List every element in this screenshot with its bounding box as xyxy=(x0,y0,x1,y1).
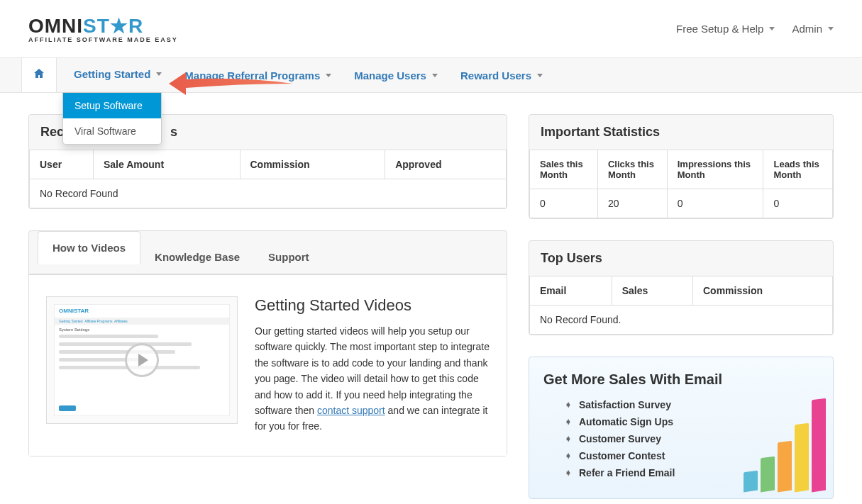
nav-getting-started[interactable]: Getting Started xyxy=(62,58,173,90)
free-setup-help-menu[interactable]: Free Setup & Help xyxy=(676,23,775,35)
col-sales-month: Sales this Month xyxy=(530,150,598,189)
nav-manage-users-label: Manage Users xyxy=(354,69,426,82)
caret-down-icon xyxy=(156,72,162,76)
col-approved: Approved xyxy=(385,150,507,179)
top-users-panel: Top Users Email Sales Commission No Reco… xyxy=(529,240,834,335)
promo-bar-chart-icon xyxy=(744,399,826,491)
val-sales: 0 xyxy=(530,189,598,218)
nav-home[interactable] xyxy=(21,57,57,92)
logo: OMNIST★R AFFILIATE SOFTWARE MADE EASY xyxy=(28,14,178,43)
col-sale-amount: Sale Amount xyxy=(94,150,241,179)
nav-manage-referral-programs[interactable]: Manage Referral Programs xyxy=(173,58,343,92)
video-section-body: Our getting started videos will help you… xyxy=(255,323,490,435)
arrow-right-icon: ➧ xyxy=(565,451,572,461)
logo-omni: OMNI xyxy=(28,15,83,37)
recent-sales-table: User Sale Amount Commission Approved No … xyxy=(29,150,507,208)
caret-down-icon xyxy=(326,74,331,77)
free-setup-label: Free Setup & Help xyxy=(676,23,763,35)
email-promo[interactable]: Get More Sales With Email ➧Satisfaction … xyxy=(529,357,834,499)
caret-down-icon xyxy=(769,27,775,30)
arrow-right-icon: ➧ xyxy=(565,468,572,478)
admin-menu[interactable]: Admin xyxy=(792,23,834,35)
tab-how-to-videos[interactable]: How to Videos xyxy=(38,231,140,264)
main-nav: Getting Started Setup Software Viral Sof… xyxy=(0,57,862,93)
promo-title: Get More Sales With Email xyxy=(543,371,819,388)
val-leads: 0 xyxy=(763,189,833,218)
caret-down-icon xyxy=(432,74,438,77)
important-stats-title: Important Statistics xyxy=(529,115,833,150)
getting-started-dropdown: Setup Software Viral Software xyxy=(62,92,162,145)
play-icon xyxy=(125,343,159,377)
tab-knowledge-base[interactable]: Knowledge Base xyxy=(140,241,254,274)
val-impressions: 0 xyxy=(667,189,763,218)
important-stats-panel: Important Statistics Sales this Month Cl… xyxy=(529,114,834,219)
video-thumbnail[interactable]: OMNISTAR Getting Started Affiliate Progr… xyxy=(46,296,238,424)
nav-manage-programs-label: Manage Referral Programs xyxy=(184,69,320,82)
arrow-right-icon: ➧ xyxy=(565,400,572,410)
top-users-table: Email Sales Commission No Record Found. xyxy=(529,276,833,335)
video-section-title: Getting Started Videos xyxy=(255,296,490,315)
col-user: User xyxy=(30,150,94,179)
recent-sales-empty: No Record Found xyxy=(30,179,507,208)
col-impressions-month: Impressions this Month xyxy=(667,150,763,189)
arrow-right-icon: ➧ xyxy=(565,434,572,444)
admin-label: Admin xyxy=(792,23,822,35)
help-tabs-panel: How to Videos Knowledge Base Support OMN… xyxy=(28,230,507,457)
caret-down-icon xyxy=(828,27,834,30)
col-sales: Sales xyxy=(612,276,692,306)
col-leads-month: Leads this Month xyxy=(763,150,833,189)
col-commission: Commission xyxy=(240,150,385,179)
caret-down-icon xyxy=(537,74,543,77)
home-icon xyxy=(33,69,45,82)
nav-manage-users[interactable]: Manage Users xyxy=(343,58,449,92)
val-clicks: 20 xyxy=(597,189,667,218)
col-commission: Commission xyxy=(692,276,832,306)
top-users-title: Top Users xyxy=(529,241,833,276)
nav-reward-users-label: Reward Users xyxy=(460,69,531,82)
dropdown-viral-software[interactable]: Viral Software xyxy=(63,118,161,144)
contact-support-link[interactable]: contact support xyxy=(317,405,385,416)
nav-reward-users[interactable]: Reward Users xyxy=(449,58,554,92)
logo-tagline: AFFILIATE SOFTWARE MADE EASY xyxy=(28,36,178,43)
tab-support[interactable]: Support xyxy=(254,241,324,274)
col-email: Email xyxy=(530,276,612,306)
col-clicks-month: Clicks this Month xyxy=(597,150,667,189)
nav-getting-started-label: Getting Started xyxy=(74,68,150,80)
top-users-empty: No Record Found. xyxy=(530,306,833,335)
logo-star: ST★R xyxy=(83,15,143,37)
important-stats-table: Sales this Month Clicks this Month Impre… xyxy=(529,150,833,218)
dropdown-setup-software[interactable]: Setup Software xyxy=(63,93,161,118)
arrow-right-icon: ➧ xyxy=(565,417,572,427)
